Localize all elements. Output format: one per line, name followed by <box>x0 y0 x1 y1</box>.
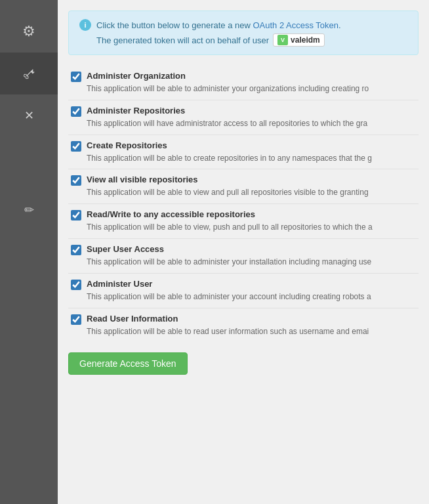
permission-title-view-all-visible-repositories: View all visible repositories <box>87 175 198 184</box>
permission-checkbox-read-write-repositories[interactable] <box>71 210 81 220</box>
permission-checkbox-create-repositories[interactable] <box>71 141 81 152</box>
permission-header-view-all-visible-repositories: View all visible repositories <box>71 175 416 186</box>
permission-item-view-all-visible-repositories: View all visible repositoriesThis applic… <box>68 169 419 204</box>
sidebar-item-close[interactable]: ✕ <box>0 94 58 136</box>
permission-checkbox-super-user-access[interactable] <box>71 245 81 255</box>
permission-header-administer-repositories: Administer Repositories <box>71 106 416 117</box>
permission-title-super-user-access: Super User Access <box>87 244 164 254</box>
info-box: i Click the button below to generate a n… <box>68 10 419 55</box>
permission-item-create-repositories: Create RepositoriesThis application will… <box>68 135 419 170</box>
generate-token-button[interactable]: Generate Access Token <box>68 352 188 375</box>
permission-item-administer-organization: Administer OrganizationThis application … <box>68 66 419 100</box>
permission-header-create-repositories: Create Repositories <box>71 140 416 152</box>
permission-desc-administer-organization: This application will be able to adminis… <box>71 83 416 94</box>
info-text-1: Click the button below to generate a new… <box>96 20 341 30</box>
cross-icon: ✕ <box>24 108 34 123</box>
username: valeidm <box>291 35 320 45</box>
permission-desc-view-all-visible-repositories: This application will be able to view an… <box>71 187 416 198</box>
main-content: i Click the button below to generate a n… <box>58 0 429 504</box>
info-icon: i <box>79 19 91 31</box>
oauth-link[interactable]: OAuth 2 Access Token <box>253 20 338 30</box>
permission-item-administer-user: Administer UserThis application will be … <box>68 274 419 308</box>
permission-desc-administer-repositories: This application will have administrator… <box>71 118 416 129</box>
permission-title-read-write-repositories: Read/Write to any accessible repositorie… <box>87 209 255 219</box>
permission-title-administer-repositories: Administer Repositories <box>87 106 185 116</box>
sidebar-item-settings[interactable]: ⚙ <box>0 10 58 52</box>
permission-header-administer-user: Administer User <box>71 279 416 290</box>
permission-header-super-user-access: Super User Access <box>71 244 416 255</box>
permission-checkbox-read-user-information[interactable] <box>71 314 81 325</box>
permission-title-administer-organization: Administer Organization <box>87 71 186 81</box>
permission-item-read-user-information: Read User InformationThis application wi… <box>68 308 419 343</box>
permission-desc-read-user-information: This application will be able to read us… <box>71 326 416 337</box>
sidebar: ⚙ 🗝 ✕ ✏ <box>0 0 58 504</box>
gear-icon: ⚙ <box>22 23 35 40</box>
permission-header-administer-organization: Administer Organization <box>71 71 416 82</box>
permission-title-create-repositories: Create Repositories <box>87 140 167 150</box>
sidebar-item-tokens[interactable]: 🗝 <box>0 52 58 94</box>
permission-desc-create-repositories: This application will be able to create … <box>71 153 416 164</box>
permission-item-administer-repositories: Administer RepositoriesThis application … <box>68 100 419 135</box>
permission-checkbox-administer-user[interactable] <box>71 280 81 290</box>
user-badge: V valeidm <box>273 33 325 47</box>
permission-desc-administer-user: This application will be able to adminis… <box>71 291 416 303</box>
key-icon: 🗝 <box>19 64 39 83</box>
permission-header-read-user-information: Read User Information <box>71 314 416 325</box>
permission-checkbox-administer-repositories[interactable] <box>71 106 81 117</box>
permission-list: Administer OrganizationThis application … <box>68 66 419 342</box>
user-avatar: V <box>277 35 288 45</box>
permission-checkbox-view-all-visible-repositories[interactable] <box>71 175 81 186</box>
permission-title-administer-user: Administer User <box>87 279 152 289</box>
permission-item-read-write-repositories: Read/Write to any accessible repositorie… <box>68 204 419 239</box>
permission-desc-super-user-access: This application will be able to adminis… <box>71 257 416 268</box>
permission-item-super-user-access: Super User AccessThis application will b… <box>68 239 419 274</box>
info-row-2: The generated token will act on behalf o… <box>79 33 407 47</box>
edit-icon: ✏ <box>24 203 34 217</box>
permission-header-read-write-repositories: Read/Write to any accessible repositorie… <box>71 209 416 220</box>
info-row-1: i Click the button below to generate a n… <box>79 19 407 31</box>
sidebar-item-edit[interactable]: ✏ <box>0 189 58 231</box>
permission-checkbox-administer-organization[interactable] <box>71 72 81 82</box>
permission-title-read-user-information: Read User Information <box>87 314 178 324</box>
permission-desc-read-write-repositories: This application will be able to view, p… <box>71 222 416 233</box>
